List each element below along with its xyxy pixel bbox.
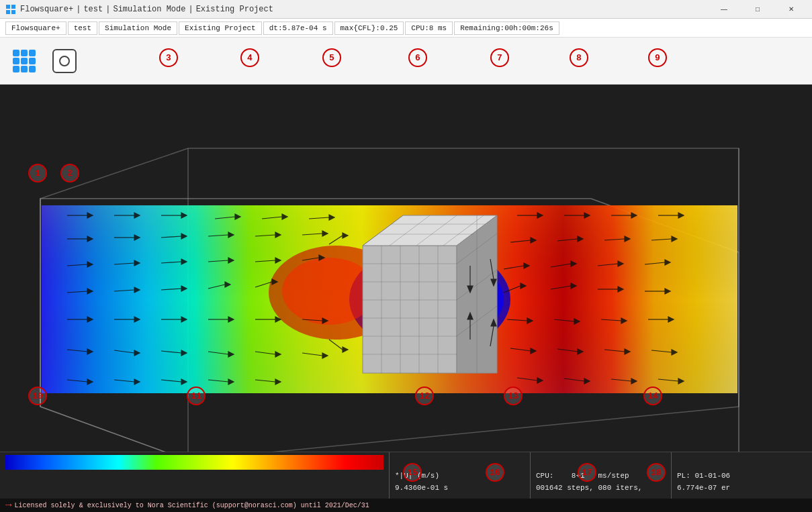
screenshot-button[interactable]: [48, 45, 81, 77]
menu-mode[interactable]: Simulation Mode: [99, 21, 177, 35]
titlebar: Flowsquare+ | test | Simulation Mode | E…: [0, 0, 812, 19]
menu-remaining: Remaining:00h:00m:26s: [454, 21, 559, 35]
pl-label: PL: 01-01-06: [677, 470, 807, 482]
grid-icon: [13, 50, 36, 72]
simulation-view: [0, 85, 812, 467]
menu-project[interactable]: test: [68, 21, 97, 35]
svg-rect-1: [11, 5, 15, 9]
units-value: 9.4360e-01 s: [395, 482, 525, 495]
menu-dt: dt:5.87e-04 s: [263, 21, 333, 35]
svg-rect-3: [11, 10, 15, 14]
svg-marker-17: [363, 246, 457, 373]
colorbar-gradient: [5, 455, 384, 470]
viz-area: [0, 85, 812, 452]
toolbar: [0, 38, 812, 85]
camera-icon: [52, 49, 77, 73]
license-text: Licensed solely & exclusively to Nora Sc…: [15, 502, 369, 509]
minimize-button[interactable]: —: [709, 0, 739, 19]
close-button[interactable]: ✕: [776, 0, 807, 19]
menu-appname[interactable]: Flowsquare+: [5, 21, 66, 35]
svg-rect-0: [6, 5, 10, 9]
app-icon: [5, 4, 16, 15]
cpu-steps: 001642 steps, 080 iters,: [536, 482, 666, 495]
licensebar: → Licensed solely & exclusively to Nora …: [0, 499, 812, 512]
viewport[interactable]: 1 2 1.0935e+00 3.7041e+01 7.2989e+01 *|U…: [0, 85, 812, 512]
window-controls: — □ ✕: [709, 0, 807, 19]
pl-value: 6.774e-07 er: [677, 482, 807, 495]
title-project-type: Existing Project: [196, 5, 273, 14]
menu-cpu: CPU:8 ms: [405, 21, 453, 35]
title-project: test: [83, 5, 103, 14]
title-mode: Simulation Mode: [113, 5, 185, 14]
menu-projecttype[interactable]: Existing Project: [179, 21, 262, 35]
menubar: Flowsquare+ test Simulation Mode Existin…: [0, 19, 812, 38]
cpu-info: CPU: 8+1 ms/step: [536, 470, 666, 482]
svg-point-16: [282, 258, 376, 325]
maximize-button[interactable]: □: [742, 0, 773, 19]
svg-rect-2: [6, 10, 10, 14]
grid-view-button[interactable]: [8, 45, 40, 77]
menu-cfl: max{CFL}:0.25: [334, 21, 404, 35]
title-app: Flowsquare+: [20, 5, 73, 14]
units-label: *|U| (m/s): [395, 470, 525, 482]
license-arrow-icon: →: [5, 499, 12, 511]
